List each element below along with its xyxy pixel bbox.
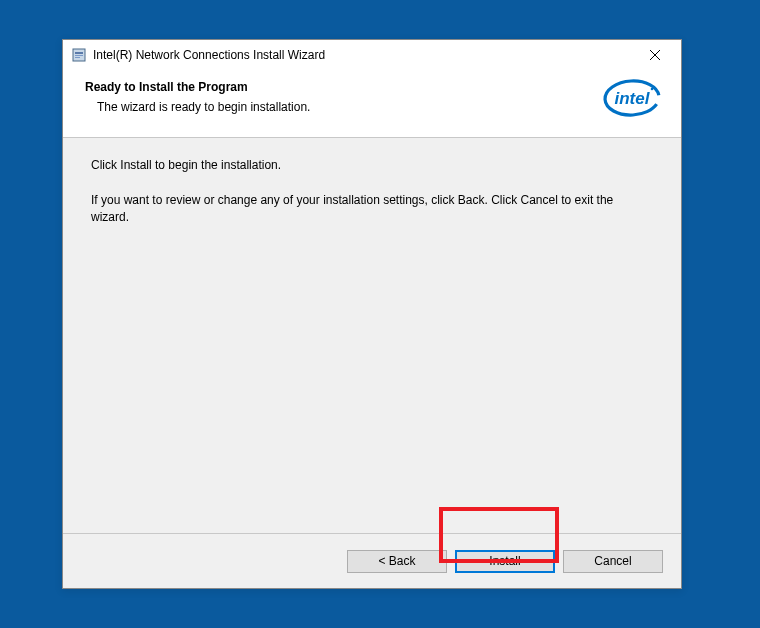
install-wizard-window: Intel(R) Network Connections Install Wiz… <box>62 39 682 589</box>
svg-rect-1 <box>75 52 83 54</box>
installer-icon <box>71 47 87 63</box>
close-button[interactable] <box>633 41 677 69</box>
wizard-header: Ready to Install the Program The wizard … <box>63 70 681 138</box>
wizard-button-bar: < Back Install Cancel <box>63 534 681 588</box>
intel-logo: intel <box>603 78 661 118</box>
svg-rect-2 <box>75 55 83 56</box>
window-title: Intel(R) Network Connections Install Wiz… <box>93 48 633 62</box>
titlebar: Intel(R) Network Connections Install Wiz… <box>63 40 681 70</box>
page-title: Ready to Install the Program <box>85 80 661 94</box>
cancel-button[interactable]: Cancel <box>563 550 663 573</box>
back-button[interactable]: < Back <box>347 550 447 573</box>
wizard-body: Click Install to begin the installation.… <box>63 138 681 534</box>
install-button[interactable]: Install <box>455 550 555 573</box>
page-subtitle: The wizard is ready to begin installatio… <box>97 100 661 114</box>
close-icon <box>650 50 660 60</box>
svg-rect-3 <box>75 57 80 58</box>
instruction-text-1: Click Install to begin the installation. <box>91 158 653 172</box>
instruction-text-2: If you want to review or change any of y… <box>91 192 653 227</box>
svg-text:intel: intel <box>615 89 651 108</box>
svg-point-8 <box>651 88 654 91</box>
